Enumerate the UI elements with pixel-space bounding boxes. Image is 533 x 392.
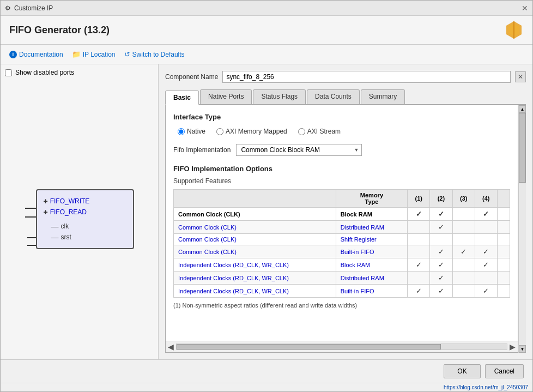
fifo-impl-select[interactable]: Common Clock Block RAM Common Clock Dist…: [236, 144, 362, 156]
table-cell-col5: [497, 221, 510, 234]
refresh-icon: ↺: [124, 50, 130, 58]
port-clk-label: clk: [61, 222, 69, 230]
v-scroll-thumb[interactable]: [519, 113, 526, 183]
fifo-impl-select-wrapper: Common Clock Block RAM Common Clock Dist…: [236, 144, 362, 156]
table-cell-col5: [497, 258, 510, 272]
scroll-left-button[interactable]: ◀: [168, 342, 174, 351]
port-srst-label: srst: [61, 233, 71, 241]
tab-content-wrap: Interface Type Native AXI Memory Mapped: [165, 105, 526, 353]
left-panel: Show disabled ports + FIFO_WRITE: [1, 64, 159, 359]
table-cell-memtype: Distributed RAM: [336, 272, 407, 285]
tab-inner-basic: Interface Type Native AXI Memory Mapped: [166, 105, 518, 341]
table-cell-clock: Common Clock (CLK): [174, 245, 336, 258]
table-cell-col4: ✓: [475, 258, 497, 272]
table-header-clock: [174, 190, 336, 208]
table-cell-col3: [452, 285, 475, 298]
radio-native-label: Native: [187, 128, 205, 135]
port-srst: — srst: [44, 233, 126, 242]
cancel-button[interactable]: Cancel: [485, 364, 524, 378]
scroll-right-button[interactable]: ▶: [510, 342, 516, 351]
vertical-scrollbar: ▲ ▼: [518, 105, 526, 353]
radio-axi-mm-label: AXI Memory Mapped: [226, 128, 287, 135]
table-cell-col1: [408, 221, 430, 234]
clear-component-name-button[interactable]: ✕: [515, 71, 526, 82]
table-cell-col5: [497, 245, 510, 258]
table-cell-memtype: Distributed RAM: [336, 221, 407, 234]
tab-status-flags[interactable]: Status Flags: [253, 89, 306, 104]
app-header: FIFO Generator (13.2): [1, 16, 532, 45]
table-cell-memtype: Block RAM: [336, 258, 407, 272]
table-cell-clock: Independent Clocks (RD_CLK, WR_CLK): [174, 258, 336, 272]
table-row: Independent Clocks (RD_CLK, WR_CLK) Bloc…: [174, 258, 510, 272]
bottom-bar: OK Cancel: [1, 359, 532, 383]
table-cell-col1: ✓: [408, 258, 430, 272]
scroll-down-button[interactable]: ▼: [519, 345, 526, 353]
v-scroll-track[interactable]: [519, 113, 526, 345]
table-cell-memtype: Built-in FIFO: [336, 285, 407, 298]
note-1-text: (1) Non-symmetric aspect ratios (differe…: [173, 302, 357, 309]
content-area: Show disabled ports + FIFO_WRITE: [1, 64, 532, 359]
table-cell-clock: Common Clock (CLK): [174, 208, 336, 221]
table-cell-col3: [452, 234, 475, 245]
table-cell-col5: [497, 285, 510, 298]
toolbar: i Documentation 📁 IP Location ↺ Switch t…: [1, 45, 532, 64]
table-row: Independent Clocks (RD_CLK, WR_CLK) Buil…: [174, 285, 510, 298]
app-logo: [504, 20, 524, 40]
table-cell-col5: [497, 208, 510, 221]
table-cell-col3: [452, 208, 475, 221]
tab-data-counts[interactable]: Data Counts: [307, 89, 360, 104]
features-table: MemoryType (1) (2) (3) (4): [173, 189, 510, 298]
table-cell-col2: ✓: [430, 208, 452, 221]
table-cell-col3: [452, 258, 475, 272]
interface-type-title: Interface Type: [173, 113, 510, 121]
table-cell-col2: ✓: [430, 272, 452, 285]
tab-basic[interactable]: Basic: [165, 91, 199, 105]
radio-axi-stream[interactable]: AXI Stream: [298, 128, 341, 135]
title-bar-left: ⚙ Customize IP: [5, 4, 53, 12]
table-cell-col2: ✓: [430, 221, 452, 234]
close-icon[interactable]: ✕: [522, 4, 528, 13]
note-1: (1) Non-symmetric aspect ratios (differe…: [173, 302, 510, 309]
table-cell-col1: ✓: [408, 208, 430, 221]
port-clk: — clk: [44, 222, 126, 231]
switch-defaults-label: Switch to Defaults: [132, 51, 185, 58]
table-cell-clock: Independent Clocks (RD_CLK, WR_CLK): [174, 272, 336, 285]
title-bar-label: Customize IP: [14, 4, 53, 12]
tab-native-ports[interactable]: Native Ports: [200, 89, 252, 104]
table-row: Common Clock (CLK) Built-in FIFO ✓ ✓ ✓: [174, 245, 510, 258]
app-icon: ⚙: [5, 4, 11, 12]
radio-axi-mm-input[interactable]: [216, 128, 223, 135]
diagram-area: + FIFO_WRITE + FIFO_READ — clk —: [5, 83, 154, 355]
table-row: Common Clock (CLK) Block RAM ✓ ✓ ✓: [174, 208, 510, 221]
table-cell-col3: ✓: [452, 245, 475, 258]
fifo-impl-label: Fifo Implementation: [173, 146, 231, 154]
table-cell-col2: ✓: [430, 258, 452, 272]
radio-native-input[interactable]: [178, 128, 185, 135]
tab-bar: Basic Native Ports Status Flags Data Cou…: [165, 89, 526, 105]
scroll-up-button[interactable]: ▲: [519, 105, 526, 113]
port-fifo-read-label: FIFO_READ: [50, 208, 87, 216]
ip-location-label: IP Location: [83, 51, 116, 58]
table-cell-col3: [452, 272, 475, 285]
app-title: FIFO Generator (13.2): [9, 25, 110, 36]
component-name-input[interactable]: [222, 71, 511, 83]
right-panel: Component Name ✕ Basic Native Ports Stat…: [159, 64, 532, 359]
switch-to-defaults-button[interactable]: ↺ Switch to Defaults: [124, 50, 185, 58]
show-disabled-checkbox[interactable]: [5, 69, 12, 76]
h-scroll-thumb[interactable]: [177, 344, 441, 349]
tab-summary[interactable]: Summary: [361, 89, 405, 104]
title-bar: ⚙ Customize IP ✕: [1, 1, 532, 16]
status-bar: https://blog.csdn.net/m_jl_2450307: [1, 383, 532, 391]
table-header-3: (3): [452, 190, 475, 208]
table-cell-col3: [452, 221, 475, 234]
radio-native[interactable]: Native: [178, 128, 205, 135]
radio-axi-memory-mapped[interactable]: AXI Memory Mapped: [216, 128, 287, 135]
h-scroll-track[interactable]: [176, 343, 507, 350]
ok-button[interactable]: OK: [444, 364, 480, 378]
table-cell-memtype: Built-in FIFO: [336, 245, 407, 258]
ip-location-button[interactable]: 📁 IP Location: [72, 50, 116, 58]
radio-axi-stream-input[interactable]: [298, 128, 305, 135]
table-cell-col1: [408, 234, 430, 245]
documentation-button[interactable]: i Documentation: [9, 51, 63, 58]
folder-icon: 📁: [72, 50, 81, 58]
